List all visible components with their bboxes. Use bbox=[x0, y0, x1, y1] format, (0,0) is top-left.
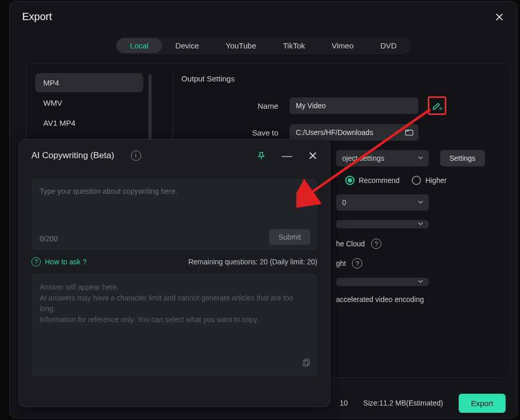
format-list: MP4 WMV AV1 MP4 bbox=[35, 73, 143, 133]
dialog-title: Export bbox=[22, 11, 52, 23]
tab-device[interactable]: Device bbox=[162, 38, 212, 53]
ai-copywriting-panel: AI Copywriting (Beta) i — 0/200 Submit ?… bbox=[19, 139, 330, 407]
svg-text:AI: AI bbox=[440, 107, 443, 110]
info-icon[interactable]: i bbox=[131, 150, 141, 161]
saveto-row: Save to bbox=[181, 124, 491, 141]
folder-icon[interactable] bbox=[403, 126, 415, 139]
preset-dropdown[interactable]: oject settings bbox=[336, 150, 429, 166]
bottom-size: Size:11.2 MB(Estimated) bbox=[363, 399, 443, 407]
quality-radios: Recommend Higher bbox=[345, 176, 447, 185]
answer-placeholder-1: Answer will appear here. bbox=[40, 282, 309, 293]
output-settings-heading: Output Settings bbox=[181, 74, 491, 83]
name-input[interactable] bbox=[290, 97, 418, 114]
help-icon[interactable]: ? bbox=[371, 239, 381, 249]
close-icon[interactable] bbox=[494, 12, 505, 22]
ai-edit-button[interactable]: AI bbox=[428, 96, 446, 115]
name-row: Name AI bbox=[181, 96, 491, 115]
tab-tiktok[interactable]: TikTok bbox=[270, 38, 318, 53]
tab-local[interactable]: Local bbox=[116, 38, 162, 53]
preset-row: oject settings Settings bbox=[336, 150, 491, 166]
minimize-icon[interactable]: — bbox=[280, 149, 294, 162]
svg-rect-2 bbox=[304, 361, 308, 366]
close-icon[interactable] bbox=[306, 149, 320, 162]
saveto-input[interactable] bbox=[290, 124, 418, 141]
dropdown-b[interactable] bbox=[336, 220, 429, 228]
dialog-header: Export bbox=[10, 2, 517, 28]
answer-placeholder-3: Information for reference only. You can … bbox=[40, 314, 309, 325]
bottom-number: 10 bbox=[340, 399, 348, 407]
saveto-label: Save to bbox=[181, 128, 290, 137]
radio-circle bbox=[412, 176, 421, 185]
preset-value: oject settings bbox=[342, 154, 384, 162]
hw-encoding-label: accelerated video encoding bbox=[336, 295, 424, 304]
chevron-down-icon bbox=[417, 154, 424, 162]
ai-question-input[interactable] bbox=[40, 187, 309, 223]
ai-panel-title: AI Copywriting (Beta) bbox=[31, 150, 128, 161]
svg-rect-3 bbox=[305, 359, 309, 365]
cloud-row: he Cloud ? bbox=[336, 239, 491, 249]
tab-vimeo[interactable]: Vimeo bbox=[318, 38, 367, 53]
chevron-down-icon bbox=[417, 220, 424, 228]
radio-higher-label: Higher bbox=[425, 176, 446, 184]
name-label: Name bbox=[181, 102, 290, 110]
dropdown-a[interactable]: 0 bbox=[336, 194, 429, 211]
radio-recommend-label: Recommend bbox=[359, 176, 399, 184]
format-wmv[interactable]: WMV bbox=[35, 93, 143, 112]
dropdown-c-row bbox=[336, 278, 491, 286]
remaining-questions: Remaining questions: 20 (Daily limit: 20… bbox=[188, 258, 317, 266]
format-scrollbar[interactable] bbox=[148, 74, 152, 146]
how-to-ask-link[interactable]: ? How to ask ? bbox=[31, 257, 87, 266]
dropdown-c[interactable] bbox=[336, 278, 429, 286]
radio-recommend[interactable]: Recommend bbox=[345, 176, 399, 185]
hw-encoding-row: accelerated video encoding bbox=[336, 295, 491, 304]
chevron-down-icon bbox=[417, 198, 424, 207]
format-av1mp4[interactable]: AV1 MP4 bbox=[35, 113, 143, 132]
light-row: ght ? bbox=[336, 258, 491, 268]
quality-row: Recommend Higher bbox=[345, 176, 491, 185]
copy-icon[interactable] bbox=[301, 358, 310, 371]
how-to-ask-label: How to ask ? bbox=[45, 258, 87, 266]
radio-circle-selected bbox=[345, 176, 355, 185]
dropdown-a-value: 0 bbox=[342, 198, 346, 207]
help-icon[interactable]: ? bbox=[352, 258, 362, 268]
ai-answer-box: Answer will appear here. AI answers may … bbox=[31, 274, 317, 377]
tabs-bar: Local Device YouTube TikTok Vimeo DVD bbox=[10, 37, 517, 54]
chevron-down-icon bbox=[417, 278, 424, 286]
pin-icon[interactable] bbox=[255, 149, 268, 162]
question-icon: ? bbox=[31, 257, 41, 266]
tabs-wrap: Local Device YouTube TikTok Vimeo DVD bbox=[115, 37, 411, 54]
ai-input-box: 0/200 Submit bbox=[31, 179, 317, 250]
tab-youtube[interactable]: YouTube bbox=[212, 38, 270, 53]
radio-higher[interactable]: Higher bbox=[412, 176, 446, 185]
settings-button[interactable]: Settings bbox=[440, 150, 485, 166]
answer-placeholder-2: AI answers may have a character limit an… bbox=[40, 293, 309, 314]
ai-meta-row: ? How to ask ? Remaining questions: 20 (… bbox=[31, 257, 317, 266]
cloud-label: he Cloud bbox=[336, 240, 365, 248]
dropdown-a-row: 0 bbox=[336, 194, 491, 211]
char-counter: 0/200 bbox=[40, 234, 58, 243]
dropdown-b-row bbox=[336, 220, 491, 228]
submit-button[interactable]: Submit bbox=[269, 229, 310, 245]
ai-panel-header: AI Copywriting (Beta) i — bbox=[19, 140, 330, 167]
light-label: ght bbox=[336, 259, 346, 267]
tab-dvd[interactable]: DVD bbox=[367, 38, 410, 53]
format-mp4[interactable]: MP4 bbox=[35, 73, 143, 92]
export-button[interactable]: Export bbox=[459, 394, 506, 413]
